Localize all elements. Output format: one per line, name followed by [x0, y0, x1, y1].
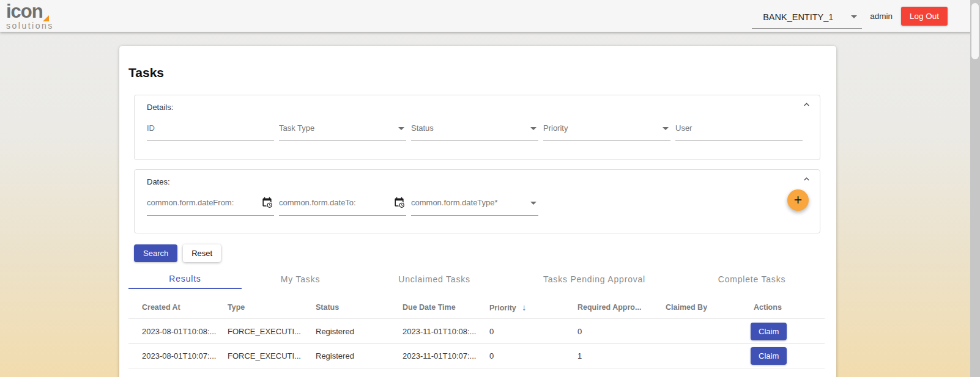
chevron-up-icon — [802, 100, 811, 109]
tab-unclaimed-tasks[interactable]: Unclaimed Tasks — [359, 269, 510, 289]
col-priority-label: Priority — [489, 304, 516, 312]
scrollbar[interactable] — [970, 0, 980, 377]
chevron-down-icon — [530, 127, 536, 130]
date-from-field[interactable]: common.form.dateFrom: — [147, 197, 274, 216]
app-logo: icon solutions — [6, 2, 54, 30]
table-row: 2023-08-01T10:08:... FORCE_EXECUTI... Re… — [128, 318, 825, 343]
tab-my-tasks-label: My Tasks — [281, 274, 321, 284]
user-field[interactable] — [675, 122, 803, 141]
cell-actions: Claim — [754, 323, 825, 340]
top-bar: icon solutions BANK_ENTITY_1 admin Log O… — [0, 0, 980, 32]
sort-descending-icon[interactable]: ↓ — [522, 302, 526, 312]
dates-panel-title: Dates: — [147, 177, 170, 186]
tab-results[interactable]: Results — [128, 269, 242, 289]
claim-button[interactable]: Claim — [751, 347, 787, 365]
col-claimed-by[interactable]: Claimed By — [666, 303, 754, 312]
details-panel-title: Details: — [147, 103, 173, 112]
search-button[interactable]: Search — [134, 244, 177, 262]
id-field[interactable] — [147, 122, 274, 141]
chevron-up-icon — [802, 175, 811, 184]
cell-priority: 0 — [489, 327, 577, 336]
chevron-down-icon — [398, 127, 404, 130]
task-type-placeholder: Task Type — [279, 123, 314, 133]
user-input[interactable] — [675, 122, 803, 139]
status-select[interactable]: Status — [411, 122, 538, 141]
chevron-down-icon — [851, 15, 857, 18]
cell-type: FORCE_EXECUTI... — [228, 327, 316, 336]
cell-status: Registered — [316, 351, 403, 361]
col-due-date-time[interactable]: Due Date Time — [403, 303, 489, 312]
chevron-down-icon — [530, 202, 536, 205]
collapse-dates-button[interactable] — [802, 175, 811, 186]
scrollbar-thumb[interactable] — [971, 3, 979, 59]
task-tabs: Results My Tasks Unclaimed Tasks Tasks P… — [128, 269, 825, 289]
calendar-clock-icon[interactable] — [261, 197, 273, 211]
cell-required-approvals: 1 — [577, 351, 666, 361]
cell-required-approvals: 0 — [577, 327, 666, 336]
date-type-select[interactable]: common.form.dateType* — [411, 197, 538, 216]
table-header-row: Created At Type Status Due Date Time Pri… — [128, 296, 825, 318]
tasks-card: Tasks Details: Task Type Status Priority — [119, 46, 836, 377]
id-input[interactable] — [147, 122, 274, 139]
cell-status: Registered — [316, 327, 403, 336]
col-priority[interactable]: Priority ↓ — [489, 302, 577, 312]
date-to-placeholder: common.form.dateTo: — [279, 198, 356, 207]
date-type-placeholder: common.form.dateType* — [411, 198, 498, 207]
reset-button[interactable]: Reset — [183, 244, 221, 262]
col-required-approvals[interactable]: Required Appro... — [577, 303, 666, 312]
entity-select-value: BANK_ENTITY_1 — [763, 12, 851, 22]
logout-button[interactable]: Log Out — [901, 7, 948, 26]
calendar-clock-icon[interactable] — [393, 197, 405, 211]
cell-created-at: 2023-08-01T10:07:... — [142, 351, 228, 361]
cell-type: FORCE_EXECUTI... — [228, 351, 316, 361]
tab-tasks-pending-approval[interactable]: Tasks Pending Approval — [510, 269, 679, 289]
status-placeholder: Status — [411, 123, 434, 133]
date-to-field[interactable]: common.form.dateTo: — [279, 197, 406, 216]
tab-unclaimed-tasks-label: Unclaimed Tasks — [398, 274, 470, 284]
page-title: Tasks — [128, 65, 164, 80]
dates-panel: Dates: common.form.dateFrom: common.form… — [134, 169, 820, 233]
topbar-right: BANK_ENTITY_1 admin Log Out — [752, 0, 948, 32]
tab-complete-tasks-label: Complete Tasks — [718, 274, 786, 284]
tab-complete-tasks[interactable]: Complete Tasks — [679, 269, 825, 289]
cell-due-date-time: 2023-11-01T10:08:... — [403, 327, 489, 336]
cell-due-date-time: 2023-11-01T10:07:... — [403, 351, 489, 361]
username-label: admin — [870, 12, 893, 21]
priority-placeholder: Priority — [543, 123, 568, 133]
cell-actions: Claim — [754, 347, 825, 365]
collapse-details-button[interactable] — [802, 100, 811, 112]
results-table: Created At Type Status Due Date Time Pri… — [128, 296, 825, 368]
tab-tasks-pending-approval-label: Tasks Pending Approval — [543, 274, 645, 284]
date-from-placeholder: common.form.dateFrom: — [147, 198, 234, 207]
details-panel: Details: Task Type Status Priority — [134, 95, 820, 160]
tab-my-tasks[interactable]: My Tasks — [242, 269, 359, 289]
tab-results-label: Results — [169, 274, 201, 284]
logo-subtext: solutions — [6, 21, 54, 30]
col-status[interactable]: Status — [316, 303, 403, 312]
chevron-down-icon — [663, 127, 669, 130]
add-date-filter-button[interactable]: + — [787, 189, 809, 211]
task-type-select[interactable]: Task Type — [279, 122, 406, 141]
col-actions: Actions — [754, 303, 825, 312]
col-type[interactable]: Type — [228, 303, 316, 312]
priority-select[interactable]: Priority — [543, 122, 670, 141]
col-created-at[interactable]: Created At — [142, 303, 228, 312]
claim-button[interactable]: Claim — [751, 323, 787, 340]
cell-created-at: 2023-08-01T10:08:... — [142, 327, 228, 336]
cell-priority: 0 — [489, 351, 577, 361]
table-row: 2023-08-01T10:07:... FORCE_EXECUTI... Re… — [128, 343, 825, 368]
filter-actions: Search Reset — [134, 244, 221, 262]
entity-select[interactable]: BANK_ENTITY_1 — [752, 10, 862, 29]
